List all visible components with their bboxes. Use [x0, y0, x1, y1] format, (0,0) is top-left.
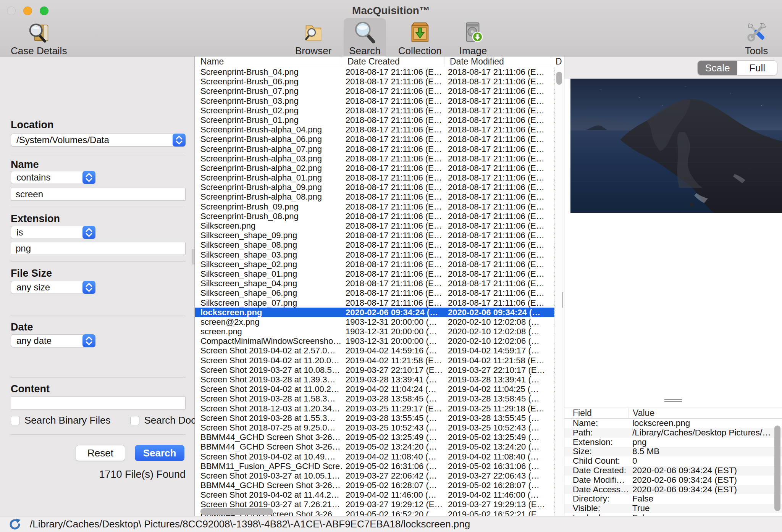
toolbar-image[interactable]: Image — [454, 18, 492, 59]
stepper-icon[interactable] — [82, 281, 95, 294]
scrollbar-thumb[interactable] — [556, 72, 562, 85]
toolbar-case-details[interactable]: Case Details — [5, 18, 72, 59]
table-row[interactable]: Screenprint-Brush-alpha_01.png2018-08-17… — [195, 173, 564, 182]
table-row[interactable]: Silkscreen_shape_04.png2018-08-17 21:11:… — [195, 279, 564, 288]
details-splitter-handle[interactable] — [664, 399, 682, 402]
sidebar-splitter-handle[interactable] — [191, 249, 195, 264]
table-cell: 2019-04-02 14:59:17 (… — [444, 346, 550, 355]
vertical-scrollbar[interactable] — [554, 67, 564, 516]
table-row[interactable]: Screen Shot 2019-03-27 at 10.05.1…2019-0… — [195, 471, 564, 480]
details-row[interactable]: Path:/Library/Caches/Desktop Pictures/… — [564, 428, 782, 438]
table-row[interactable]: lockscreen.png2020-02-06 09:34:24 (…2020… — [195, 308, 564, 317]
details-row[interactable]: Child Count:0 — [564, 456, 782, 466]
table-row[interactable]: Screen Shot 2019-03-27 at 10.08.5…2019-0… — [195, 365, 564, 375]
content-input[interactable] — [11, 397, 186, 409]
table-row[interactable]: BBMM11_Fusion_APFS_GCHD Scre…2019-05-02 … — [195, 461, 564, 471]
table-row[interactable]: Silkscreen_shape_07.png2018-08-17 21:11:… — [195, 298, 564, 308]
extension-operator-value: is — [16, 227, 23, 237]
table-row[interactable]: Silkscreen_shape_09.png2018-08-17 21:11:… — [195, 231, 564, 240]
extension-input[interactable] — [11, 242, 186, 255]
table-row[interactable]: BBMM44_GCHD Screen Shot 3-26…2019-05-02 … — [195, 480, 564, 490]
toolbar-collection[interactable]: Collection — [393, 18, 447, 59]
table-row[interactable]: Screen Shot 2019-03-27 at 7.26.21…2019-0… — [195, 500, 564, 509]
table-row[interactable]: Screen Shot 2019-04-02 at 11.20.0…2019-0… — [195, 356, 564, 365]
table-row[interactable]: Screenprint-Brush_07.png2018-08-17 21:11… — [195, 86, 564, 96]
details-column-field[interactable]: Field — [564, 408, 629, 418]
column-header-name[interactable]: Name — [195, 56, 342, 67]
details-row[interactable]: Name:lockscreen.png — [564, 419, 782, 428]
refresh-icon[interactable] — [8, 518, 21, 531]
table-row[interactable]: Screen Shot 2019-03-28 at 1.58.3…2019-03… — [195, 394, 564, 403]
table-row[interactable]: Screenprint-Brush-alpha_03.png2018-08-17… — [195, 154, 564, 163]
table-row[interactable]: Screen Shot 2019-03-28 at 1.55.3…2019-03… — [195, 413, 564, 423]
details-row[interactable]: Date Modifi…2020-02-06 09:34:24 (EST) — [564, 476, 782, 485]
name-operator-dropdown[interactable]: contains — [11, 171, 95, 184]
table-row[interactable]: Screen Shot 2019-03-28 at 1.39.3…2019-03… — [195, 375, 564, 384]
table-row[interactable]: screen.png1903-12-31 20:00:00 (…2020-02-… — [195, 327, 564, 336]
column-header-date-modified[interactable]: Date Modified — [444, 56, 550, 67]
details-scrollbar-thumb[interactable] — [774, 426, 780, 511]
search-binary-files-checkbox[interactable]: Search Binary Files — [11, 414, 110, 426]
table-row[interactable]: Screenprint-Brush_06.png2018-08-17 21:11… — [195, 77, 564, 86]
stepper-icon[interactable] — [173, 134, 186, 147]
table-cell: Screen Shot 2019-03-28 at 1.39.3… — [195, 375, 342, 384]
details-row[interactable]: Directory:False — [564, 494, 782, 504]
table-row[interactable]: Silkscreen_shape_03.png2018-08-17 21:11:… — [195, 250, 564, 260]
stepper-icon[interactable] — [82, 226, 95, 239]
toolbar-browser[interactable]: Browser — [290, 18, 337, 59]
column-header-date-created[interactable]: Date Created — [342, 56, 444, 67]
table-row[interactable]: Screen Shot 2018-07-25 at 9.25.0…2019-03… — [195, 423, 564, 432]
table-row[interactable]: Screenprint-Brush_01.png2018-08-17 21:11… — [195, 115, 564, 125]
details-column-value[interactable]: Value — [629, 408, 782, 418]
table-row[interactable]: Silkscreen_shape_01.png2018-08-17 21:11:… — [195, 269, 564, 279]
details-row[interactable]: Date Created:2020-02-06 09:34:24 (EST) — [564, 466, 782, 476]
name-input[interactable] — [11, 188, 186, 201]
table-row[interactable]: Screenprint-Brush_03.png2018-08-17 21:11… — [195, 96, 564, 106]
table-row[interactable]: Screenprint-Brush_08.png2018-08-17 21:11… — [195, 211, 564, 221]
details-row[interactable]: Extension:png — [564, 438, 782, 447]
toolbar-tools[interactable]: Tools — [739, 18, 774, 59]
checkbox-icon[interactable] — [130, 416, 139, 425]
table-row[interactable]: Silkscreen_shape_08.png2018-08-17 21:11:… — [195, 240, 564, 250]
table-row[interactable]: screen@2x.png1903-12-31 20:00:00 (…2020-… — [195, 317, 564, 327]
search-button[interactable]: Search — [135, 445, 184, 461]
file-size-dropdown[interactable]: any size — [11, 281, 95, 294]
toolbar-search-selected[interactable]: Search — [344, 18, 386, 59]
table-row[interactable]: Screenprint-Brush-alpha_08.png2018-08-17… — [195, 192, 564, 202]
location-dropdown[interactable]: /System/Volumes/Data — [11, 134, 186, 147]
details-row[interactable]: Date Access…2020-02-06 09:34:24 (EST) — [564, 485, 782, 495]
column-header-date-accessed[interactable]: D — [550, 56, 564, 67]
table-row[interactable]: Screen Shot 2019-04-02 at 11.44.2…2019-0… — [195, 490, 564, 500]
table-row[interactable]: Screenprint-Brush-alpha_06.png2018-08-17… — [195, 134, 564, 144]
date-dropdown[interactable]: any date — [11, 334, 95, 347]
table-row[interactable]: Screenprint-Brush-alpha_09.png2018-08-17… — [195, 182, 564, 192]
table-cell: 1903-12-31 20:00:00 (… — [342, 336, 444, 346]
extension-operator-dropdown[interactable]: is — [11, 226, 95, 239]
stepper-icon[interactable] — [82, 334, 95, 347]
table-row[interactable]: Screenprint-Brush-alpha_02.png2018-08-17… — [195, 163, 564, 173]
scale-segment[interactable]: Scale — [698, 61, 737, 75]
reset-button[interactable]: Reset — [76, 445, 125, 461]
details-row[interactable]: Visible:True — [564, 504, 782, 513]
horizontal-scrollbar-thumb[interactable] — [200, 508, 273, 515]
full-segment[interactable]: Full — [737, 61, 777, 75]
table-row[interactable]: Screen Shot 2019-04-02 at 11.00.2…2019-0… — [195, 384, 564, 394]
table-row[interactable]: Screen Shot 2019-04-02 at 10.49.…2019-04… — [195, 452, 564, 461]
details-row[interactable]: Size:8.5 MB — [564, 447, 782, 456]
table-row[interactable]: CompactMinimalWindowScreensho…1903-12-31… — [195, 336, 564, 346]
table-row[interactable]: Screenprint-Brush-alpha_07.png2018-08-17… — [195, 144, 564, 154]
table-row[interactable]: Screenprint-Brush-alpha_04.png2018-08-17… — [195, 125, 564, 134]
table-row[interactable]: Silkscreen_shape_02.png2018-08-17 21:11:… — [195, 260, 564, 269]
table-row[interactable]: Screenprint-Brush_09.png2018-08-17 21:11… — [195, 202, 564, 211]
checkbox-icon[interactable] — [11, 416, 20, 425]
table-cell: Screen Shot 2019-03-27 at 7.26.21… — [195, 500, 342, 509]
table-row[interactable]: BBMM44_GCHD Screen Shot 3-26…2019-05-02 … — [195, 432, 564, 442]
table-row[interactable]: BBMM44_GCHD Screen Shot 3-26…2019-05-02 … — [195, 442, 564, 451]
table-row[interactable]: Screen Shot 2018-12-03 at 1.20.34…2019-0… — [195, 404, 564, 413]
table-row[interactable]: Silkscreen_shape_06.png2018-08-17 21:11:… — [195, 288, 564, 298]
table-row[interactable]: Screen Shot 2019-04-02 at 2.57.0…2019-04… — [195, 346, 564, 355]
table-row[interactable]: Silkscreen.png2018-08-17 21:11:06 (E…201… — [195, 221, 564, 231]
table-row[interactable]: Screenprint-Brush_04.png2018-08-17 21:11… — [195, 67, 564, 77]
stepper-icon[interactable] — [82, 171, 95, 184]
table-row[interactable]: Screenprint-Brush_02.png2018-08-17 21:11… — [195, 106, 564, 115]
